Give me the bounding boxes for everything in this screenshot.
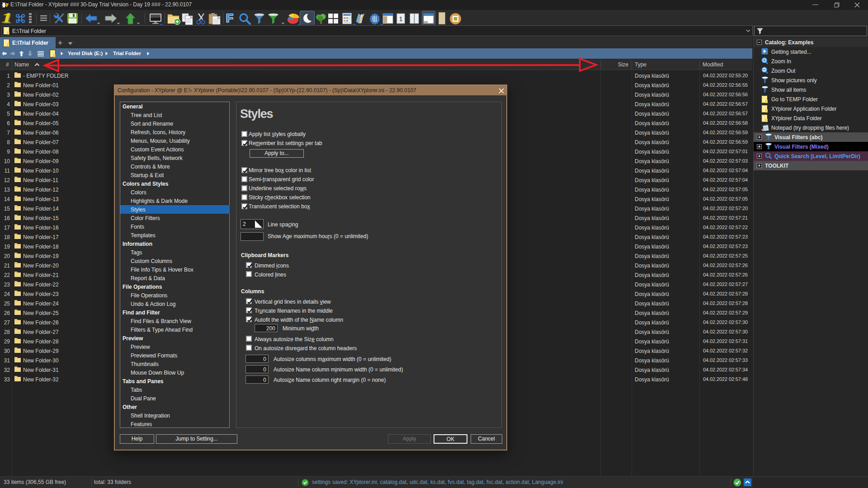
svg-text:1: 1: [399, 15, 402, 23]
